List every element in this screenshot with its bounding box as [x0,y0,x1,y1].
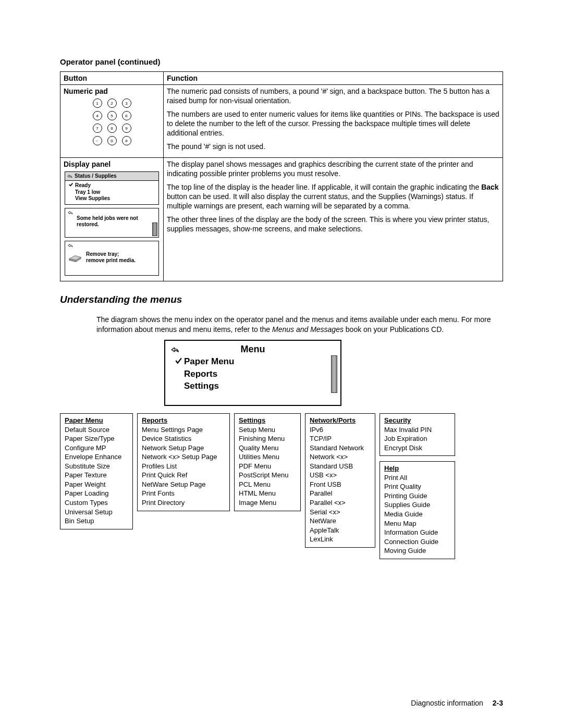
list-item: PCL Menu [239,480,296,489]
list-item: Print Fonts [142,489,225,498]
list-item: Media Guide [384,510,450,519]
scrollbar-thumb [331,355,337,393]
list-item: Printing Guide [384,491,450,501]
key-0: 0 [107,136,117,145]
display-header-text: Status / Supplies [75,173,117,180]
list-item: Device Statistics [142,434,225,443]
menu-display-header: Menu [169,344,336,355]
list-item: PostScript Menu [239,471,296,480]
display-panel-function-cell: The display panel shows messages and gra… [164,158,503,281]
page-footer: Diagnostic information 2-3 [411,699,503,707]
checkmark-icon [68,182,74,187]
list-item: AppleTalk [310,526,371,535]
page: Operator panel (continued) Button Functi… [0,0,563,728]
col-header-function: Function [164,72,503,85]
list-item: Network <x> Setup Page [142,452,225,462]
list-item: Connection Guide [384,537,450,547]
list-item: Standard Network [310,443,371,453]
settings-menu-box: Settings Setup Menu Finishing Menu Quali… [234,413,301,511]
list-item: PDF Menu [239,462,296,471]
menu-display-graphic: Menu Paper Menu Reports Settings [164,340,341,406]
list-item: HTML Menu [239,489,296,498]
key-7: 7 [93,124,102,133]
display1-line2: Tray 1 low [68,189,155,196]
body-paragraph: The diagram shows the menu index on the … [96,315,503,335]
page-number: 2-3 [493,699,503,707]
list-item: IPv6 [310,425,371,435]
back-arrow-icon [67,243,74,250]
numeric-func-p1: The numeric pad consists of numbers, a p… [167,87,499,106]
list-item: Front USB [310,480,371,489]
network-menu-box: Network/Ports IPv6 TCP/IP Standard Netwo… [305,413,375,548]
settings-menu-title: Settings [239,416,296,425]
list-item: Finishing Menu [239,434,296,443]
list-item: Max Invalid PIN [384,425,450,435]
key-5: 5 [107,111,117,120]
key-hash: # [122,136,131,145]
display-panel-label: Display panel [64,160,160,168]
key-9: 9 [122,124,131,133]
list-item: Parallel [310,489,371,498]
back-arrow-icon [170,345,180,356]
key-2: 2 [107,98,117,108]
key-6: 6 [122,111,131,120]
list-item: Universal Setup [65,508,128,517]
list-item: Print Quality [384,482,450,491]
key-4: 4 [93,111,102,120]
menu-item-paper: Paper Menu [169,355,336,368]
list-item: Menu Settings Page [142,425,225,435]
numeric-pad-function-cell: The numeric pad consists of numbers, a p… [164,85,503,158]
numeric-pad-label: Numeric pad [64,87,160,95]
footer-label: Diagnostic information [411,699,483,707]
list-item: Network <x> [310,452,371,462]
key-3: 3 [122,98,131,108]
security-menu-title: Security [384,416,450,425]
display3-line2: remove print media. [86,257,136,264]
list-item: Quality Menu [239,443,296,453]
reports-menu-title: Reports [142,416,225,425]
paper-menu-box: Paper Menu Default Source Paper Size/Typ… [60,413,133,529]
list-item: Utilities Menu [239,452,296,462]
display-sample-3: Remove tray; remove print media. [65,241,159,276]
list-item: NetWare Setup Page [142,480,225,489]
section-heading: Understanding the menus [60,294,503,305]
display-header: Status / Supplies [65,172,158,181]
scrollbar-thumb [152,223,157,236]
key-back: ← [93,136,102,145]
back-arrow-icon [67,210,74,217]
network-menu-title: Network/Ports [310,416,371,425]
numeric-pad-cell: Numeric pad 1 2 3 4 5 6 7 8 [60,85,164,158]
list-item: Configure MP [65,443,128,453]
operator-panel-table: Button Function Numeric pad 1 2 3 4 5 6 [60,71,503,281]
col-header-button: Button [60,72,164,85]
list-item: Setup Menu [239,425,296,435]
display-sample-2: Some held jobs were not restored. [65,208,159,238]
list-item: USB <x> [310,471,371,480]
display2-text: Some held jobs were not restored. [67,210,156,228]
list-item: Print Directory [142,498,225,508]
list-item: Default Source [65,425,128,435]
menu-item-settings: Settings [169,380,336,392]
list-item: Job Expiration [384,434,450,443]
list-item: Supplies Guide [384,500,450,510]
list-item: Parallel <x> [310,498,371,508]
list-item: Paper Loading [65,489,128,498]
list-item: Profiles List [142,462,225,471]
numeric-func-p3: The pound '#' sign is not used. [167,142,499,152]
help-menu-title: Help [384,464,450,473]
list-item: Image Menu [239,498,296,508]
help-menu-box: Help Print All Print Quality Printing Gu… [380,461,455,559]
list-item: Paper Texture [65,471,128,480]
display1-line3: View Supplies [68,195,155,202]
list-item: NetWare [310,516,371,526]
section-title: Operator panel (continued) [60,57,503,66]
key-8: 8 [107,124,117,133]
keypad: 1 2 3 4 5 6 7 8 9 ← [89,98,136,145]
tray-icon [67,252,83,263]
paper-menu-title: Paper Menu [65,416,128,425]
list-item: Moving Guide [384,546,450,556]
display-func-p2: The top line of the display is the heade… [167,183,499,211]
back-arrow-icon [66,173,74,179]
list-item: Substitute Size [65,462,128,471]
list-item: Paper Weight [65,480,128,489]
